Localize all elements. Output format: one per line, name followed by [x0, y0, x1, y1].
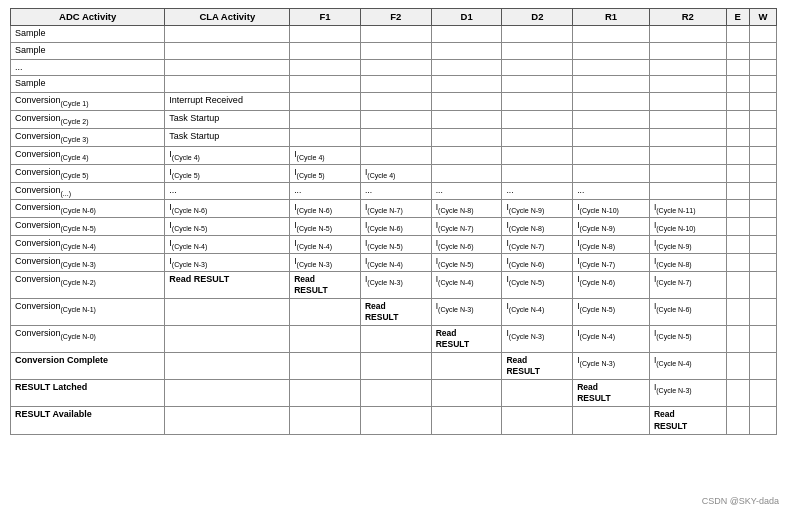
header-f1: F1	[290, 9, 361, 26]
r2-cell	[649, 182, 726, 200]
r2-cell	[649, 110, 726, 128]
d1-cell: I(Cycle N-4)	[431, 272, 502, 299]
r1-cell	[573, 164, 650, 182]
adc-cell: Conversion(Cycle N-3)	[11, 254, 165, 272]
cla-cell: Task Startup	[165, 110, 290, 128]
w-cell	[749, 236, 776, 254]
d2-cell: I(Cycle N-9)	[502, 200, 573, 218]
header-d1: D1	[431, 9, 502, 26]
cla-cell	[165, 43, 290, 60]
w-cell	[749, 182, 776, 200]
r1-cell	[573, 110, 650, 128]
r1-cell	[573, 146, 650, 164]
f1-cell: I(Cycle N-5)	[290, 218, 361, 236]
header-f2: F2	[360, 9, 431, 26]
f2-cell	[360, 110, 431, 128]
r2-cell	[649, 146, 726, 164]
f2-cell: ReadRESULT	[360, 299, 431, 326]
table-row: Conversion(Cycle N-1)ReadRESULTI(Cycle N…	[11, 299, 777, 326]
adc-cell: Conversion Complete	[11, 353, 165, 380]
cla-cell: I(Cycle 4)	[165, 146, 290, 164]
d1-cell	[431, 110, 502, 128]
r1-cell: I(Cycle N-8)	[573, 236, 650, 254]
e-cell	[726, 353, 749, 380]
w-cell	[749, 59, 776, 76]
d1-cell: ReadRESULT	[431, 326, 502, 353]
r1-cell: ...	[573, 182, 650, 200]
r2-cell: I(Cycle N-6)	[649, 299, 726, 326]
d2-cell: I(Cycle N-8)	[502, 218, 573, 236]
table-row: Conversion(Cycle N-6)I(Cycle N-6)I(Cycle…	[11, 200, 777, 218]
table-row: Sample	[11, 43, 777, 60]
cla-cell: I(Cycle N-3)	[165, 254, 290, 272]
d2-cell	[502, 93, 573, 111]
r2-cell	[649, 76, 726, 93]
r2-cell: I(Cycle N-9)	[649, 236, 726, 254]
f2-cell: I(Cycle N-5)	[360, 236, 431, 254]
e-cell	[726, 146, 749, 164]
r1-cell	[573, 59, 650, 76]
w-cell	[749, 254, 776, 272]
r1-cell	[573, 407, 650, 434]
e-cell	[726, 76, 749, 93]
d2-cell: I(Cycle N-4)	[502, 299, 573, 326]
table-row: ...	[11, 59, 777, 76]
header-adc: ADC Activity	[11, 9, 165, 26]
w-cell	[749, 353, 776, 380]
d1-cell: ...	[431, 182, 502, 200]
e-cell	[726, 218, 749, 236]
r1-cell: I(Cycle N-7)	[573, 254, 650, 272]
r1-cell	[573, 76, 650, 93]
w-cell	[749, 26, 776, 43]
w-cell	[749, 43, 776, 60]
f1-cell	[290, 26, 361, 43]
d1-cell	[431, 43, 502, 60]
f2-cell	[360, 26, 431, 43]
d1-cell	[431, 76, 502, 93]
table-row: Conversion(Cycle 1)Interrupt Received	[11, 93, 777, 111]
table-row: Conversion(Cycle N-5)I(Cycle N-5)I(Cycle…	[11, 218, 777, 236]
w-cell	[749, 128, 776, 146]
f2-cell	[360, 76, 431, 93]
r2-cell	[649, 128, 726, 146]
f2-cell: I(Cycle N-3)	[360, 272, 431, 299]
cla-cell	[165, 59, 290, 76]
e-cell	[726, 200, 749, 218]
table-row: Conversion(...)..................	[11, 182, 777, 200]
adc-cell: Conversion(Cycle 2)	[11, 110, 165, 128]
w-cell	[749, 326, 776, 353]
adc-cell: Sample	[11, 76, 165, 93]
d2-cell	[502, 407, 573, 434]
d1-cell: I(Cycle N-5)	[431, 254, 502, 272]
d2-cell: I(Cycle N-6)	[502, 254, 573, 272]
watermark: CSDN @SKY-dada	[702, 496, 779, 506]
w-cell	[749, 218, 776, 236]
adc-cell: Conversion(Cycle 4)	[11, 146, 165, 164]
f1-cell	[290, 93, 361, 111]
d2-cell	[502, 59, 573, 76]
adc-cell: Conversion(Cycle N-4)	[11, 236, 165, 254]
r2-cell: I(Cycle N-4)	[649, 353, 726, 380]
f2-cell: ...	[360, 182, 431, 200]
d1-cell	[431, 59, 502, 76]
adc-cell: Conversion(Cycle N-1)	[11, 299, 165, 326]
r1-cell: ReadRESULT	[573, 380, 650, 407]
d1-cell	[431, 353, 502, 380]
f1-cell	[290, 59, 361, 76]
timing-table: ADC Activity CLA Activity F1 F2 D1 D2 R1…	[10, 8, 777, 435]
d1-cell: I(Cycle N-6)	[431, 236, 502, 254]
d2-cell	[502, 76, 573, 93]
cla-cell	[165, 407, 290, 434]
table-row: Conversion(Cycle 3)Task Startup	[11, 128, 777, 146]
w-cell	[749, 93, 776, 111]
d2-cell: I(Cycle N-5)	[502, 272, 573, 299]
e-cell	[726, 380, 749, 407]
cla-cell: Task Startup	[165, 128, 290, 146]
e-cell	[726, 326, 749, 353]
adc-cell: Conversion(Cycle 5)	[11, 164, 165, 182]
r1-cell	[573, 26, 650, 43]
e-cell	[726, 182, 749, 200]
f2-cell	[360, 43, 431, 60]
d1-cell: I(Cycle N-3)	[431, 299, 502, 326]
w-cell	[749, 407, 776, 434]
